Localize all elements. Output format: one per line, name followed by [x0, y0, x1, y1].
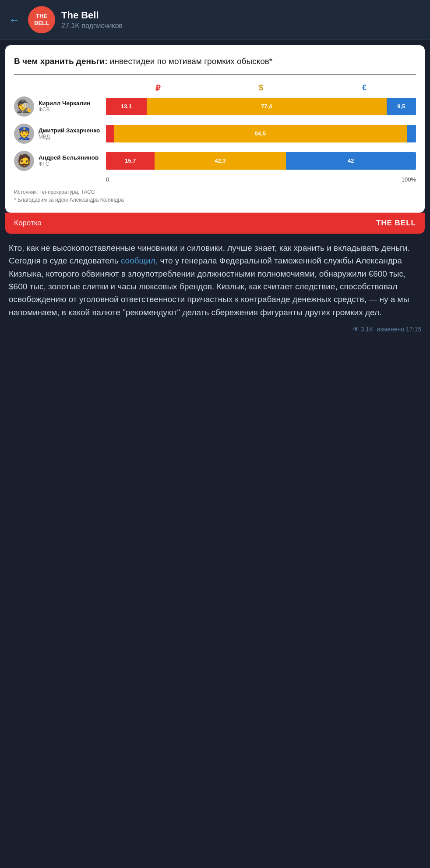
source-line: Источник: Генпрокуратура, ТАСС [14, 188, 416, 196]
chart-row-1: 🕵️ Кирилл Черкалин ФСБ 13,1 77,4 9,5 [14, 96, 416, 117]
person-text-1: Кирилл Черкалин ФСБ [39, 100, 91, 113]
bar-1-blue: 9,5 [387, 98, 416, 115]
view-count: 👁 3.1K [353, 326, 374, 333]
channel-name: The Bell [61, 10, 123, 21]
message-card: В чем хранить деньги: инвестидеи по моти… [0, 40, 430, 345]
rub-header: ₽ [106, 83, 209, 93]
article-body: Кто, как не высокопоставленные чиновники… [0, 234, 430, 323]
message-footer: 👁 3.1K изменено 17:15 [0, 322, 430, 340]
person-name-1: Кирилл Черкалин [39, 100, 91, 107]
bar-2-yellow: 94,5 [114, 125, 407, 142]
article-link[interactable]: сообщил, [121, 256, 158, 265]
bar-2-blue [407, 125, 416, 142]
back-button[interactable]: ← [7, 12, 22, 27]
channel-logo: THE BELL [28, 6, 55, 33]
person-text-2: Дмитрий Захарченко МВД [39, 127, 100, 140]
person-name-2: Дмитрий Захарченко [39, 127, 100, 134]
subscriber-count: 27.1K подписчиков [61, 22, 123, 30]
person-org-3: ФТС [39, 161, 99, 167]
bar-3-red: 15,7 [106, 152, 155, 170]
chart-row-2: 👮 Дмитрий Захарченко МВД 94,5 [14, 124, 416, 144]
chart-row-3: 🧔 Андрей Бельянинов ФТС 15,7 42,3 42 [14, 151, 416, 171]
bar-2-red [106, 125, 114, 142]
bar-2: 94,5 [106, 125, 416, 142]
bar-3-yellow: 42,3 [155, 152, 285, 170]
infographic-title: В чем хранить деньги: инвестидеи по моти… [14, 56, 416, 67]
person-org-2: МВД [39, 134, 100, 140]
source-text: Источник: Генпрокуратура, ТАСС * Благода… [14, 188, 416, 204]
channel-info: The Bell 27.1K подписчиков [61, 10, 123, 30]
currency-headers: ₽ $ € [14, 83, 416, 93]
korotko-banner: Коротко THE BELL [5, 213, 425, 234]
channel-header: ← THE BELL The Bell 27.1K подписчиков [0, 0, 430, 40]
bar-3-blue: 42 [286, 152, 416, 170]
thebell-logo: THE BELL [376, 219, 416, 228]
chart-rows: 🕵️ Кирилл Черкалин ФСБ 13,1 77,4 9,5 [14, 96, 416, 171]
person-name-3: Андрей Бельянинов [39, 154, 99, 161]
logo-text: THE BELL [34, 13, 49, 26]
bar-3: 15,7 42,3 42 [106, 152, 416, 170]
infographic-card: В чем хранить деньги: инвестидеи по моти… [5, 45, 425, 213]
x-label-end: 100% [402, 176, 416, 183]
avatar-3: 🧔 [14, 151, 34, 171]
content-area: В чем хранить деньги: инвестидеи по моти… [0, 40, 430, 868]
avatar-2: 👮 [14, 124, 34, 144]
usd-header: $ [209, 83, 313, 93]
message-status: изменено 17:15 [377, 326, 421, 333]
bar-1-yellow: 77,4 [147, 98, 387, 115]
korotko-label: Коротко [14, 219, 42, 228]
bar-1: 13,1 77,4 9,5 [106, 98, 416, 115]
eur-header: € [313, 83, 416, 93]
eye-icon: 👁 [353, 326, 359, 333]
person-info-3: 🧔 Андрей Бельянинов ФТС [14, 151, 101, 171]
x-label-start: 0 [106, 176, 109, 183]
x-axis: 0 100% [14, 176, 416, 183]
person-org-1: ФСБ [39, 107, 91, 113]
footnote-line: * Благодарим за идею Александра Коляндра [14, 196, 416, 204]
bar-1-red: 13,1 [106, 98, 147, 115]
person-info-1: 🕵️ Кирилл Черкалин ФСБ [14, 96, 101, 117]
avatar-1: 🕵️ [14, 96, 34, 117]
person-info-2: 👮 Дмитрий Захарченко МВД [14, 124, 101, 144]
person-text-3: Андрей Бельянинов ФТС [39, 154, 99, 167]
